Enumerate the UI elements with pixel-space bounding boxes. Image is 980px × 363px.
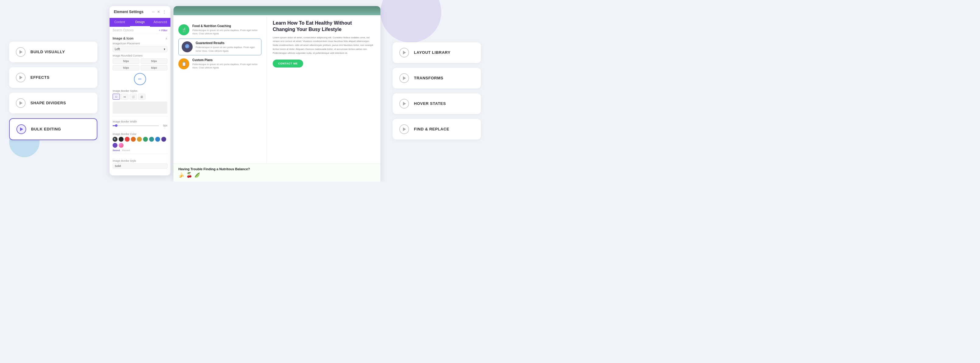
service-card-guaranteed: ✓ Guaranteed Results Pellentesque in ips… bbox=[178, 39, 261, 55]
border-width-slider-row: 0px bbox=[113, 124, 167, 127]
sidebar-item-hover-states[interactable]: HOVER STATES bbox=[393, 94, 481, 114]
sidebar-label-shape: SHAPE DIVIDERS bbox=[30, 101, 66, 105]
swatch-blue[interactable] bbox=[155, 137, 160, 142]
corner-circle-preview: ✏ bbox=[113, 71, 167, 87]
swatch-black[interactable] bbox=[119, 137, 124, 142]
service-desc-guaranteed: Pellentesque in ipsum id orci porta dapi… bbox=[196, 46, 258, 52]
settings-panel: Element Settings ─ ✕ ⋮ Content Design Ad… bbox=[110, 6, 170, 176]
right-sidebar: LAYOUT LIBRARY TRANSFORMS HOVER STATES F… bbox=[383, 0, 490, 182]
sidebar-item-find-replace[interactable]: FIND & REPLACE bbox=[393, 119, 481, 139]
saved-recent-row: Saved Recent bbox=[113, 149, 167, 152]
fruit-banana: 🍌 bbox=[178, 172, 185, 178]
swatch-orange[interactable] bbox=[131, 137, 136, 142]
corner-bottom-right[interactable]: 50px bbox=[141, 65, 167, 71]
preview-services-list: 🍴 Food & Nutrition Coaching Pellentesque… bbox=[173, 15, 267, 163]
color-swatches: 🔍 bbox=[113, 137, 167, 148]
service-text-guaranteed: Guaranteed Results Pellentesque in ipsum… bbox=[196, 41, 258, 52]
sidebar-item-shape-dividers[interactable]: SHAPE DIVIDERS bbox=[9, 93, 97, 113]
border-style-4-btn[interactable]: ◫ bbox=[138, 94, 145, 100]
border-width-slider[interactable] bbox=[113, 125, 159, 126]
corner-bottom-left[interactable]: 50px bbox=[113, 65, 139, 71]
filter-button[interactable]: + Filter bbox=[159, 29, 167, 32]
sidebar-label-bulk: BULK EDITING bbox=[31, 127, 61, 132]
corner-top-right[interactable]: 50px bbox=[141, 59, 167, 64]
sidebar-item-transforms[interactable]: TRANSFORMS bbox=[393, 68, 481, 89]
swatch-teal[interactable] bbox=[149, 137, 154, 142]
swatch-yellow[interactable] bbox=[137, 137, 142, 142]
preview-body-text: Lorem ipsum dolor sit amet, consectetur … bbox=[273, 36, 374, 55]
settings-header-icons: ─ ✕ ⋮ bbox=[152, 10, 166, 14]
service-text-food: Food & Nutrition Coaching Pellentesque i… bbox=[192, 24, 261, 35]
sidebar-item-build-visually[interactable]: BUILD VISUALLY bbox=[9, 42, 97, 62]
service-desc-custom: Pellentesque in ipsum id orci porta dapi… bbox=[192, 63, 261, 69]
border-style-2-btn[interactable]: ▭ bbox=[121, 94, 129, 100]
border-preview-box bbox=[113, 101, 167, 114]
fruit-pea: 🫛 bbox=[194, 172, 200, 178]
service-desc-food: Pellentesque in ipsum id orci porta dapi… bbox=[192, 29, 261, 35]
service-card-food: 🍴 Food & Nutrition Coaching Pellentesque… bbox=[178, 21, 261, 39]
tab-content[interactable]: Content bbox=[110, 18, 130, 27]
settings-search-bar[interactable]: Search Options + Filter bbox=[110, 27, 170, 34]
play-triangle bbox=[19, 50, 22, 54]
placement-select[interactable]: Left ▾ bbox=[113, 46, 167, 52]
play-icon-shape bbox=[16, 98, 25, 108]
contact-me-button[interactable]: CONTACT Me bbox=[273, 60, 303, 68]
sidebar-item-effects[interactable]: EFFECTS bbox=[9, 67, 97, 88]
slider-thumb[interactable] bbox=[115, 124, 118, 127]
border-styles-row: □ ▭ ⬜ ◫ bbox=[113, 94, 167, 100]
play-icon-layout bbox=[399, 48, 409, 57]
close-icon[interactable]: ✕ bbox=[157, 10, 160, 14]
corners-label: Image Rounded Corners bbox=[113, 54, 167, 57]
saved-label: Saved bbox=[113, 149, 120, 152]
settings-tabs: Content Design Advanced bbox=[110, 18, 170, 27]
swatch-indigo[interactable] bbox=[161, 137, 166, 142]
play-triangle bbox=[19, 101, 22, 105]
check-icon: ✓ bbox=[185, 44, 189, 48]
fruit-cherry: 🍒 bbox=[186, 172, 192, 178]
service-icon-guaranteed: ✓ bbox=[182, 41, 192, 52]
sidebar-label-build: BUILD VISUALLY bbox=[30, 49, 65, 54]
settings-panel-title: Element Settings bbox=[114, 10, 143, 14]
recent-label: Recent bbox=[123, 149, 130, 152]
sidebar-item-bulk-editing[interactable]: BULK EDITING bbox=[9, 118, 97, 140]
border-style-select[interactable]: Solid bbox=[113, 163, 167, 169]
website-preview: 🍴 Food & Nutrition Coaching Pellentesque… bbox=[173, 6, 380, 182]
minimize-icon[interactable]: ─ bbox=[152, 10, 154, 14]
service-title-guaranteed: Guaranteed Results bbox=[196, 41, 258, 45]
swatch-gradient[interactable] bbox=[119, 143, 124, 148]
sidebar-label-effects: EFFECTS bbox=[30, 75, 49, 80]
pencil-icon: ✏ bbox=[138, 77, 142, 81]
preview-main-heading: Learn How To Eat Healthy Without Changin… bbox=[273, 20, 374, 33]
search-placeholder-text: Search Options bbox=[113, 29, 157, 32]
left-sidebar: BUILD VISUALLY EFFECTS SHAPE DIVIDERS BU… bbox=[0, 0, 107, 182]
chevron-up-icon[interactable]: ∧ bbox=[165, 37, 167, 40]
border-style-3-btn[interactable]: ⬜ bbox=[130, 94, 137, 100]
placement-chevron-icon: ▾ bbox=[164, 48, 165, 51]
fruits-decoration: 🍌 🍒 🫛 bbox=[178, 172, 375, 178]
swatch-green[interactable] bbox=[143, 137, 148, 142]
play-triangle bbox=[403, 51, 406, 54]
section-title-image-icon: Image & Icon bbox=[113, 36, 133, 40]
border-style-value: Solid bbox=[115, 165, 121, 168]
border-style-solid-btn[interactable]: □ bbox=[113, 94, 120, 100]
swatch-purple[interactable] bbox=[113, 143, 118, 148]
tab-advanced[interactable]: Advanced bbox=[150, 18, 170, 27]
corner-top-left[interactable]: 50px bbox=[113, 59, 139, 64]
placement-value: Left bbox=[115, 48, 120, 51]
play-icon-bulk bbox=[16, 124, 26, 134]
sidebar-label-hover: HOVER STATES bbox=[414, 101, 446, 106]
sidebar-item-layout-library[interactable]: LAYOUT LIBRARY bbox=[393, 42, 481, 63]
swatch-red[interactable] bbox=[125, 137, 130, 142]
play-icon-build bbox=[16, 47, 25, 57]
more-icon[interactable]: ⋮ bbox=[162, 10, 166, 14]
border-color-section: Image Border Color 🔍 Saved Recent bbox=[110, 129, 170, 154]
circle-preview-icon: ✏ bbox=[134, 73, 146, 85]
eyedropper-swatch[interactable]: 🔍 bbox=[113, 137, 118, 142]
play-triangle bbox=[19, 76, 22, 79]
service-card-custom: 📋 Custom Plans Pellentesque in ipsum id … bbox=[178, 55, 261, 72]
play-triangle bbox=[403, 76, 406, 80]
tab-design[interactable]: Design bbox=[130, 18, 150, 27]
border-width-section: Image Border Width 0px bbox=[110, 116, 170, 129]
sidebar-label-layout: LAYOUT LIBRARY bbox=[414, 50, 450, 55]
preview-bottom-section: Having Trouble Finding a Nutritous Balan… bbox=[173, 163, 380, 182]
